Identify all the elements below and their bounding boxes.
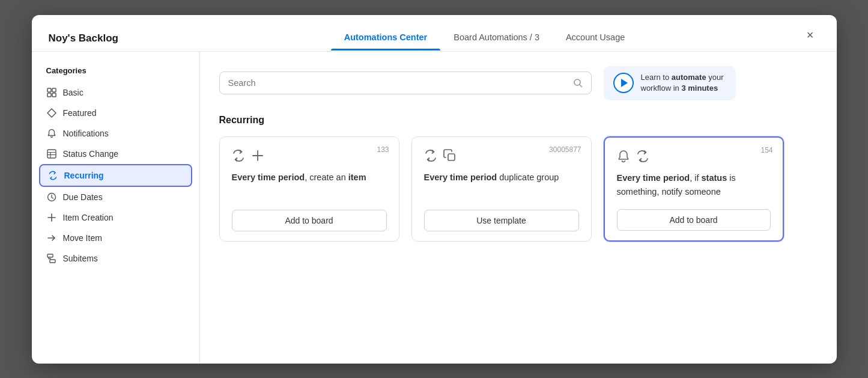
modal-title: Noy's Backlog: [49, 32, 169, 44]
card-3-count: 154: [760, 146, 772, 154]
card-1-description: Every time period, create an item: [232, 171, 387, 199]
svg-line-16: [580, 85, 582, 87]
card-1-icons: [232, 149, 387, 162]
automation-card-3: 154: [604, 136, 784, 242]
cards-row: 133: [219, 136, 818, 242]
header-tabs: Automations Center Board Automations / 3…: [169, 26, 801, 50]
bell-icon: [46, 129, 57, 138]
automation-card-2: 30005877: [411, 136, 592, 242]
card-2-count: 30005877: [549, 145, 581, 154]
svg-rect-13: [47, 254, 53, 257]
sidebar-item-notifications[interactable]: Notifications: [32, 123, 199, 144]
sidebar-item-featured-label: Featured: [63, 108, 97, 118]
repeat-icon-card: [232, 149, 245, 162]
card-2-description: Every time period duplicate group: [424, 171, 579, 199]
sidebar-item-due-dates[interactable]: Due Dates: [32, 187, 199, 207]
sidebar-item-due-dates-label: Due Dates: [63, 192, 103, 202]
sidebar-item-status-change[interactable]: Status Change: [32, 144, 199, 164]
play-button[interactable]: [613, 73, 634, 93]
sidebar: Categories Basic: [32, 52, 200, 364]
play-icon: [621, 79, 628, 87]
table-icon: [46, 149, 57, 159]
card-2-button[interactable]: Use template: [424, 210, 579, 231]
bell-icon-card: [617, 150, 630, 163]
sidebar-item-item-creation[interactable]: Item Creation: [32, 207, 199, 228]
repeat-icon-card2: [424, 149, 437, 162]
modal-header: Noy's Backlog Automations Center Board A…: [32, 15, 837, 52]
card-1-button[interactable]: Add to board: [232, 210, 387, 231]
sidebar-item-featured[interactable]: Featured: [32, 103, 199, 123]
plus-icon-card: [251, 149, 264, 162]
svg-marker-4: [47, 109, 56, 117]
sidebar-item-subitems-label: Subitems: [63, 254, 98, 263]
svg-rect-19: [448, 154, 455, 160]
search-box[interactable]: [219, 72, 592, 94]
plus-icon: [46, 213, 57, 222]
sidebar-item-subitems[interactable]: Subitems: [32, 248, 199, 269]
sidebar-item-recurring[interactable]: Recurring: [39, 164, 192, 187]
search-icon: [573, 78, 583, 88]
sidebar-item-move-item-label: Move Item: [63, 233, 102, 243]
sidebar-item-item-creation-label: Item Creation: [63, 213, 114, 222]
main-content: Learn to automate yourworkflow in 3 minu…: [200, 52, 837, 364]
automation-card-1: 133: [219, 136, 399, 242]
tab-account-usage[interactable]: Account Usage: [553, 26, 638, 50]
search-row: Learn to automate yourworkflow in 3 minu…: [219, 66, 818, 101]
sidebar-item-notifications-label: Notifications: [63, 129, 109, 138]
repeat-icon: [47, 171, 58, 180]
tab-automations-center[interactable]: Automations Center: [331, 26, 441, 50]
sidebar-heading: Categories: [32, 66, 199, 82]
modal: Noy's Backlog Automations Center Board A…: [32, 15, 837, 364]
sidebar-item-basic[interactable]: Basic: [32, 82, 199, 103]
svg-rect-2: [47, 93, 51, 97]
svg-rect-1: [52, 88, 56, 92]
svg-rect-0: [47, 88, 51, 92]
learn-text: Learn to automate yourworkflow in 3 minu…: [641, 72, 724, 95]
diamond-icon: [46, 108, 57, 118]
close-button[interactable]: ×: [801, 26, 820, 45]
svg-rect-5: [47, 150, 56, 158]
card-3-button[interactable]: Add to board: [617, 209, 771, 231]
card-1-count: 133: [377, 145, 389, 154]
sidebar-item-recurring-label: Recurring: [64, 171, 104, 180]
tab-board-automations[interactable]: Board Automations / 3: [440, 26, 553, 50]
arrow-right-icon: [46, 233, 57, 243]
search-input[interactable]: [228, 78, 567, 88]
clock-icon: [46, 192, 57, 202]
repeat-icon-card3: [636, 150, 649, 163]
sidebar-item-status-change-label: Status Change: [63, 149, 119, 159]
section-title: Recurring: [219, 115, 818, 126]
modal-body: Categories Basic: [32, 52, 837, 364]
svg-rect-3: [52, 93, 56, 97]
grid-icon: [46, 88, 57, 97]
copy-icon-card: [443, 149, 457, 162]
sidebar-item-move-item[interactable]: Move Item: [32, 228, 199, 248]
svg-rect-14: [50, 260, 55, 263]
learn-banner: Learn to automate yourworkflow in 3 minu…: [604, 66, 736, 101]
card-3-icons: [617, 150, 771, 163]
subitems-icon: [46, 254, 57, 263]
sidebar-item-basic-label: Basic: [63, 88, 83, 97]
card-3-description: Every time period, if status is somethin…: [617, 171, 771, 198]
